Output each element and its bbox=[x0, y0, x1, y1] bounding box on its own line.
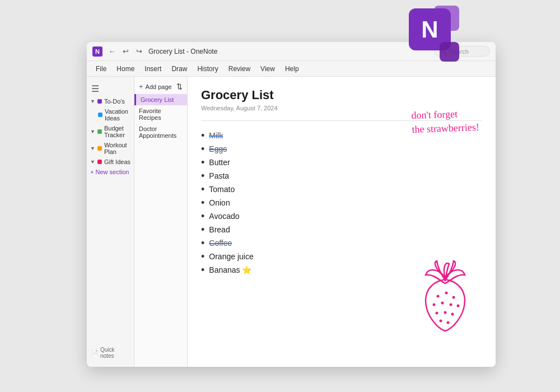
pages-panel: + Add page ⇅ Grocery List Favorite Recip… bbox=[134, 77, 188, 367]
item-tomato: Tomato bbox=[209, 185, 235, 194]
list-item: • Onion bbox=[201, 196, 482, 209]
section-item-budget[interactable]: ▼ Budget Tracker bbox=[87, 123, 134, 140]
menu-home[interactable]: Home bbox=[112, 63, 139, 74]
item-bread: Bread bbox=[209, 225, 230, 234]
section-label-vacation: Vacation Ideas bbox=[105, 108, 130, 122]
logo-square-dark bbox=[440, 42, 459, 62]
bullet-icon: • bbox=[201, 238, 204, 248]
back-icon[interactable]: ← bbox=[107, 46, 117, 57]
section-item-workout[interactable]: ▼ Workout Plan bbox=[87, 140, 134, 157]
page-item-recipes[interactable]: Favorite Recipes bbox=[134, 105, 187, 123]
quick-notes-label: Quick notes bbox=[100, 347, 129, 359]
svg-point-4 bbox=[441, 302, 444, 305]
logo-letter: N bbox=[421, 18, 438, 41]
section-label-budget: Budget Tracker bbox=[104, 125, 130, 138]
bullet-icon: • bbox=[201, 157, 204, 167]
bullet-icon: • bbox=[201, 251, 204, 262]
item-avocado: Avocado bbox=[209, 212, 239, 221]
note-title: Grocery List bbox=[201, 88, 482, 102]
list-item: • Eggs bbox=[201, 142, 482, 156]
menu-view[interactable]: View bbox=[256, 63, 279, 74]
item-bananas: Bananas ⭐ bbox=[209, 265, 251, 274]
svg-point-6 bbox=[457, 305, 460, 307]
page-item-doctor[interactable]: Doctor Appointments bbox=[134, 123, 187, 141]
content-area: ☰ ▼ To-Do's Vacation Ideas ▼ Budget Trac… bbox=[87, 77, 496, 367]
bullet-icon: • bbox=[201, 211, 204, 221]
list-item: • Pasta bbox=[201, 169, 482, 183]
onenote-logo: N bbox=[403, 6, 459, 62]
undo-icon[interactable]: ↩ bbox=[120, 46, 130, 57]
menu-file[interactable]: File bbox=[91, 63, 111, 74]
section-label-todos: To-Do's bbox=[104, 98, 125, 105]
redo-icon[interactable]: ↪ bbox=[134, 46, 144, 57]
item-pasta: Pasta bbox=[209, 171, 229, 180]
menu-bar: File Home Insert Draw History Review Vie… bbox=[87, 61, 496, 77]
svg-point-5 bbox=[450, 304, 452, 306]
app-icon-letter: N bbox=[95, 48, 100, 55]
svg-point-2 bbox=[452, 296, 455, 299]
chevron-icon: ▼ bbox=[90, 99, 95, 104]
section-item-vacation[interactable]: Vacation Ideas bbox=[87, 106, 134, 123]
section-dot-vacation bbox=[98, 113, 102, 117]
sidebar-toggle[interactable]: ☰ bbox=[87, 81, 134, 96]
section-item-todos[interactable]: ▼ To-Do's bbox=[87, 96, 134, 106]
list-item: • Tomato bbox=[201, 183, 482, 196]
item-coffee: Coffee bbox=[209, 239, 232, 248]
section-label-gift: Gift Ideas bbox=[104, 158, 130, 165]
list-item: • Coffee bbox=[201, 236, 482, 250]
sidebar-sections: ☰ ▼ To-Do's Vacation Ideas ▼ Budget Trac… bbox=[87, 77, 134, 367]
section-dot-workout bbox=[97, 146, 102, 151]
list-item: • Bread bbox=[201, 223, 482, 236]
list-item: • Butter bbox=[201, 156, 482, 169]
svg-point-10 bbox=[440, 320, 442, 323]
chevron-icon-gift: ▼ bbox=[90, 159, 95, 165]
svg-point-0 bbox=[437, 295, 440, 298]
list-item: • Avocado bbox=[201, 209, 482, 223]
add-icon: + bbox=[139, 82, 143, 91]
item-orange-juice: Orange juice bbox=[209, 252, 253, 261]
title-bar-nav[interactable]: ← ↩ ↪ bbox=[107, 46, 144, 57]
window-controls: N bbox=[92, 46, 102, 57]
item-milk: Milk bbox=[209, 131, 223, 140]
page-item-grocery[interactable]: Grocery List bbox=[134, 94, 187, 105]
app-icon: N bbox=[92, 46, 102, 57]
window-title: Grocery List - OneNote bbox=[148, 48, 430, 55]
item-butter: Butter bbox=[209, 158, 230, 167]
bullet-icon: • bbox=[201, 265, 204, 275]
bullet-icon: • bbox=[201, 225, 204, 235]
section-dot-gift bbox=[97, 160, 102, 164]
svg-point-8 bbox=[444, 311, 447, 314]
strawberry-drawing bbox=[409, 253, 482, 339]
sort-icon[interactable]: ⇅ bbox=[176, 82, 183, 91]
menu-insert[interactable]: Insert bbox=[140, 63, 166, 74]
section-dot-budget bbox=[97, 129, 102, 134]
chevron-icon-workout: ▼ bbox=[90, 146, 95, 151]
bullet-icon: • bbox=[201, 144, 204, 154]
svg-point-9 bbox=[451, 313, 454, 316]
main-window: N ← ↩ ↪ Grocery List - OneNote 🔍 Search … bbox=[87, 42, 496, 367]
doc-icon: 📄 bbox=[91, 350, 98, 356]
menu-history[interactable]: History bbox=[193, 63, 222, 74]
add-page-label: Add page bbox=[146, 83, 172, 90]
new-section-button[interactable]: + New section bbox=[87, 167, 134, 177]
section-item-gift[interactable]: ▼ Gift Ideas bbox=[87, 157, 134, 167]
bullet-icon: • bbox=[201, 198, 204, 208]
bullet-icon: • bbox=[201, 184, 204, 194]
svg-point-7 bbox=[436, 312, 438, 315]
item-onion: Onion bbox=[209, 198, 230, 207]
menu-review[interactable]: Review bbox=[224, 63, 255, 74]
svg-point-1 bbox=[445, 292, 448, 295]
bullet-icon: • bbox=[201, 130, 204, 141]
note-area[interactable]: Grocery List Wednesday, August 7, 2024 •… bbox=[188, 77, 496, 367]
menu-draw[interactable]: Draw bbox=[167, 63, 192, 74]
menu-help[interactable]: Help bbox=[281, 63, 304, 74]
new-section-label: + New section bbox=[90, 169, 129, 175]
svg-point-3 bbox=[433, 304, 436, 306]
section-label-workout: Workout Plan bbox=[104, 142, 130, 155]
section-dot-todos bbox=[97, 99, 102, 104]
add-page-button[interactable]: + Add page ⇅ bbox=[134, 80, 187, 93]
bullet-icon: • bbox=[201, 171, 204, 181]
quick-notes-button[interactable]: 📄 Quick notes bbox=[87, 343, 134, 362]
item-eggs: Eggs bbox=[209, 144, 227, 153]
handwritten-note: don't forget the strawberries! bbox=[411, 106, 479, 137]
